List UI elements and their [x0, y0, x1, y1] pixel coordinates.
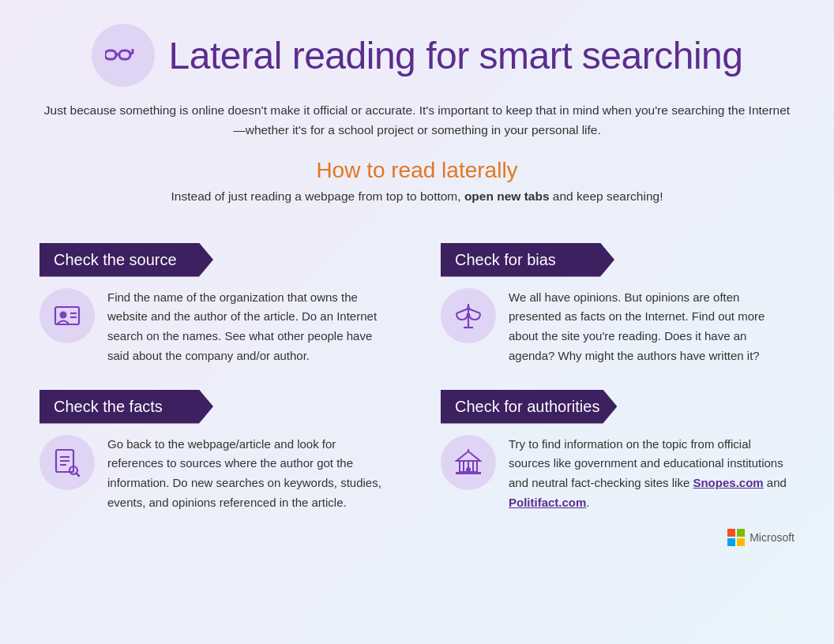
svg-rect-28: [466, 467, 471, 472]
icon-circle-facts: [39, 435, 95, 490]
ms-red-square: [727, 529, 735, 537]
svg-point-8: [60, 311, 67, 318]
how-to-bold: open new tabs: [464, 189, 550, 203]
card-check-source: Check the source Find the name of the or…: [39, 243, 393, 366]
intro-block: Just because something is online doesn't…: [42, 101, 792, 140]
icon-circle-authorities: [441, 435, 496, 490]
person-card-icon: [52, 301, 82, 331]
intro-text: Just because something is online doesn't…: [42, 101, 792, 140]
card-check-facts: Check the facts Go back to the webpage/a…: [39, 390, 393, 513]
card-title-authorities: Check for authorities: [455, 398, 599, 416]
microsoft-label: Microsoft: [749, 531, 795, 544]
svg-line-12: [456, 309, 468, 313]
page-title: Lateral reading for smart searching: [169, 34, 743, 77]
logo-circle: [92, 24, 155, 87]
card-body-bias: We all have opinions. But opinions are o…: [441, 288, 795, 366]
card-header-authorities: Check for authorities: [441, 390, 617, 424]
svg-rect-1: [119, 51, 130, 59]
ms-blue-square: [727, 538, 735, 546]
card-header-facts: Check the facts: [39, 390, 213, 424]
glasses-icon: [105, 41, 141, 69]
cards-grid: Check the source Find the name of the or…: [39, 243, 795, 513]
auth-text-between: and: [764, 476, 787, 489]
card-title-facts: Check the facts: [54, 398, 163, 416]
svg-rect-0: [105, 51, 116, 59]
svg-marker-24: [456, 451, 480, 461]
card-text-authorities: Try to find information on the topic fro…: [509, 435, 795, 513]
how-to-title: How to read laterally: [42, 158, 792, 183]
card-body-authorities: Try to find information on the topic fro…: [441, 435, 795, 513]
microsoft-footer: Microsoft: [39, 529, 795, 546]
scale-icon: [453, 301, 484, 331]
page-header: Lateral reading for smart searching: [39, 24, 795, 87]
card-body-source: Find the name of the organization that o…: [39, 288, 393, 366]
microsoft-logo: [727, 529, 745, 546]
svg-line-13: [468, 309, 480, 313]
svg-point-15: [467, 306, 470, 309]
how-to-before: Instead of just reading a webpage from t…: [171, 189, 464, 203]
card-title-bias: Check for bias: [455, 251, 556, 269]
how-to-subtitle: Instead of just reading a webpage from t…: [42, 189, 792, 204]
card-title-source: Check the source: [54, 251, 177, 269]
building-icon: [452, 447, 485, 478]
icon-circle-source: [39, 288, 95, 343]
card-header-source: Check the source: [39, 243, 213, 277]
ms-yellow-square: [737, 538, 745, 546]
card-check-authorities: Check for authorities: [441, 390, 795, 513]
magnify-doc-icon: [51, 447, 83, 478]
card-body-facts: Go back to the webpage/article and look …: [39, 435, 393, 513]
card-check-bias: Check for bias We all have opinions. But…: [441, 243, 795, 366]
svg-line-21: [77, 473, 80, 476]
card-text-source: Find the name of the organization that o…: [107, 288, 393, 366]
card-header-bias: Check for bias: [441, 243, 614, 277]
icon-circle-bias: [441, 288, 496, 343]
politifact-link[interactable]: Politifact.com: [509, 496, 586, 509]
ms-green-square: [737, 529, 745, 537]
how-to-after: and keep searching!: [550, 189, 663, 203]
auth-text-after: .: [586, 496, 589, 509]
card-text-facts: Go back to the webpage/article and look …: [107, 435, 393, 513]
how-to-block: How to read laterally Instead of just re…: [42, 158, 792, 226]
snopes-link[interactable]: Snopes.com: [693, 476, 763, 489]
card-text-bias: We all have opinions. But opinions are o…: [509, 288, 795, 366]
